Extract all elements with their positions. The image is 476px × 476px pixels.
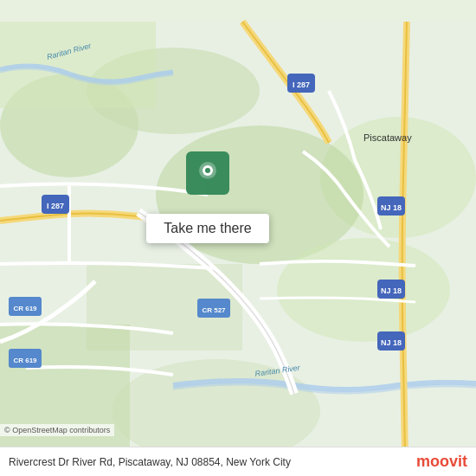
moovit-logo: moovit — [416, 453, 467, 471]
map-container: I 287 I 287 NJ 18 NJ 18 NJ 18 CR 527 CR … — [0, 0, 476, 476]
take-me-there-button[interactable]: Take me there — [146, 214, 268, 243]
svg-text:NJ 18: NJ 18 — [381, 286, 402, 295]
svg-text:CR 527: CR 527 — [202, 306, 226, 314]
svg-text:NJ 18: NJ 18 — [381, 338, 402, 347]
cta-overlay: Take me there — [121, 151, 294, 243]
moovit-logo-text: moovit — [416, 453, 467, 471]
attribution-text: © OpenStreetMap contributors — [4, 426, 110, 434]
svg-text:CR 619: CR 619 — [13, 305, 37, 312]
svg-text:Piscataway: Piscataway — [363, 132, 412, 143]
map-pin-container — [186, 151, 229, 210]
svg-text:I 287: I 287 — [293, 80, 310, 89]
map-pin-icon — [186, 151, 229, 203]
svg-point-32 — [205, 168, 210, 173]
bottom-bar: Rivercrest Dr River Rd, Piscataway, NJ 0… — [0, 447, 476, 476]
map-attribution: © OpenStreetMap contributors — [0, 424, 114, 436]
svg-text:NJ 18: NJ 18 — [381, 203, 402, 212]
svg-point-7 — [277, 238, 450, 342]
svg-text:I 287: I 287 — [47, 202, 64, 210]
address-label: Rivercrest Dr River Rd, Piscataway, NJ 0… — [9, 456, 408, 468]
svg-text:CR 619: CR 619 — [13, 357, 37, 364]
